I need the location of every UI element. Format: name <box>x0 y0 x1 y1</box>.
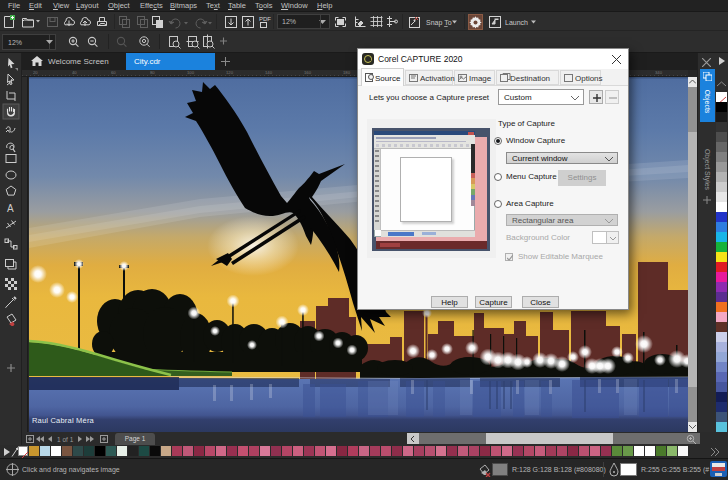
svg-text:Launch: Launch <box>505 19 528 26</box>
svg-text:Options: Options <box>575 74 603 83</box>
svg-text:PDF: PDF <box>259 16 271 22</box>
svg-text:Source: Source <box>375 74 401 83</box>
svg-text:Snap To: Snap To <box>426 19 452 27</box>
svg-text:A: A <box>7 203 14 214</box>
svg-text:Destination: Destination <box>510 74 550 83</box>
svg-text:1 of 1: 1 of 1 <box>57 436 74 443</box>
svg-text:Image: Image <box>469 74 492 83</box>
svg-text:Activation: Activation <box>420 74 455 83</box>
